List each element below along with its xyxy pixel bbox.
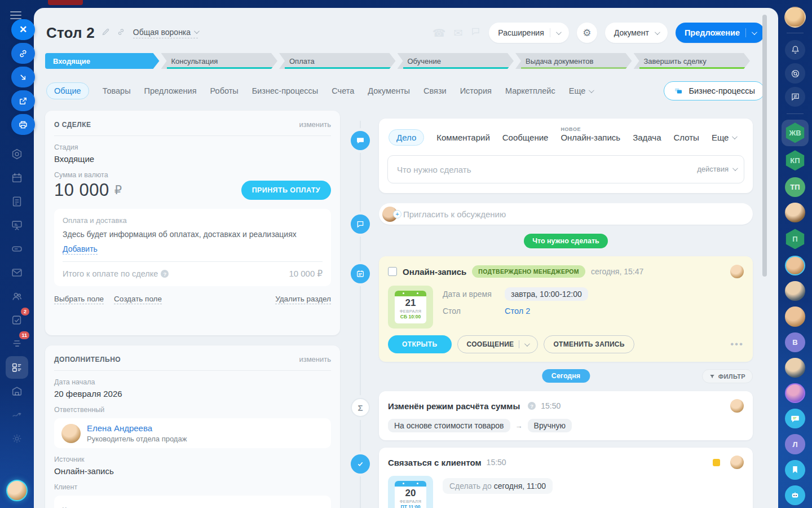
notifications-button[interactable] bbox=[785, 40, 805, 60]
copy-link-icon[interactable] bbox=[117, 28, 125, 38]
tab-marketplace[interactable]: Маркетплейс bbox=[505, 86, 555, 95]
edit-link[interactable]: изменить bbox=[299, 355, 331, 364]
composer-tab-more[interactable]: Еще bbox=[712, 133, 736, 142]
chat-avatar[interactable] bbox=[785, 306, 805, 326]
responsible-name[interactable]: Елена Андреева bbox=[87, 423, 187, 433]
group-chat-button[interactable] bbox=[785, 409, 805, 428]
more-options-icon[interactable]: ••• bbox=[730, 339, 744, 350]
profile-avatar[interactable] bbox=[784, 7, 806, 28]
sites-icon[interactable] bbox=[6, 404, 28, 426]
storage-icon[interactable] bbox=[6, 380, 28, 402]
presentation-icon[interactable] bbox=[6, 214, 28, 237]
stage-consultation[interactable]: Консультация bbox=[161, 53, 278, 69]
edit-link[interactable]: изменить bbox=[299, 120, 331, 129]
table-link[interactable]: Стол 2 bbox=[505, 306, 530, 316]
add-payment-link[interactable]: Добавить bbox=[63, 244, 98, 255]
stage-documents[interactable]: Выдача документов bbox=[515, 53, 632, 69]
tab-general[interactable]: Общие bbox=[46, 82, 89, 99]
funnel-selector[interactable]: Общая воронка bbox=[133, 28, 198, 38]
actions-dropdown[interactable]: действия bbox=[697, 165, 736, 173]
tab-offers[interactable]: Предложения bbox=[144, 86, 197, 95]
add-person-icon[interactable]: + bbox=[393, 210, 401, 218]
booking-title[interactable]: Онлайн-запись bbox=[403, 267, 466, 277]
timeline: Дело Комментарий Сообщение НОВОЕОнлайн-з… bbox=[351, 110, 753, 508]
open-button[interactable]: ОТКРЫТЬ bbox=[388, 335, 452, 353]
support-button[interactable] bbox=[785, 63, 805, 83]
composer-tab-message[interactable]: Сообщение bbox=[502, 133, 549, 142]
user-avatar[interactable] bbox=[6, 480, 28, 501]
edit-title-icon[interactable] bbox=[102, 28, 110, 38]
scrollbar[interactable] bbox=[762, 15, 767, 277]
chat-avatar[interactable] bbox=[785, 358, 805, 378]
delete-section-link[interactable]: Удалить раздел bbox=[275, 295, 331, 304]
extensions-button[interactable]: Расширения bbox=[489, 23, 568, 43]
composer-tab-booking[interactable]: НОВОЕОнлайн-запись bbox=[561, 133, 620, 142]
select-field-link[interactable]: Выбрать поле bbox=[54, 295, 104, 304]
stage-close[interactable]: Завершить сделку bbox=[634, 53, 751, 69]
chat-avatar[interactable] bbox=[785, 203, 805, 222]
stage-training[interactable]: Обучение bbox=[398, 53, 514, 69]
message-button[interactable]: СООБЩЕНИЕ bbox=[457, 335, 539, 353]
accept-payment-button[interactable]: ПРИНЯТЬ ОПЛАТУ bbox=[241, 181, 331, 200]
mail-icon[interactable]: ✉ bbox=[453, 27, 462, 40]
entry-title[interactable]: Связаться с клиентом bbox=[388, 458, 482, 467]
document-icon[interactable] bbox=[6, 190, 28, 213]
chat-avatar[interactable] bbox=[785, 383, 805, 403]
chat-item-zhv[interactable]: ЖВ bbox=[782, 120, 809, 146]
todo-input[interactable] bbox=[387, 155, 744, 183]
stage-incoming[interactable]: Входящие bbox=[45, 53, 160, 69]
document-button[interactable]: Документ bbox=[605, 23, 668, 43]
help-icon[interactable]: ? bbox=[528, 402, 536, 410]
stage-payment[interactable]: Оплата bbox=[279, 53, 396, 69]
crm-icon[interactable] bbox=[6, 356, 28, 379]
contact-field[interactable]: Контакт bbox=[54, 496, 331, 508]
bot-button[interactable] bbox=[785, 485, 805, 505]
feed-icon[interactable]: 11 bbox=[6, 332, 28, 355]
business-process-button[interactable]: Бизнес-процессы bbox=[664, 81, 765, 100]
tasks-icon[interactable]: 2 bbox=[6, 309, 28, 331]
mail-icon[interactable] bbox=[6, 261, 28, 284]
tab-more[interactable]: Еще bbox=[569, 86, 593, 95]
tab-history[interactable]: История bbox=[460, 86, 492, 95]
drive-icon[interactable] bbox=[6, 238, 28, 260]
print-button[interactable] bbox=[11, 114, 35, 135]
chat-item-v[interactable]: В bbox=[785, 332, 805, 352]
open-new-window-button[interactable] bbox=[11, 90, 35, 111]
tab-links[interactable]: Связи bbox=[423, 86, 447, 95]
people-icon[interactable] bbox=[6, 285, 28, 308]
chat-avatar[interactable] bbox=[785, 256, 805, 275]
composer-tab-comment[interactable]: Комментарий bbox=[436, 133, 489, 142]
chat-transfer-button[interactable] bbox=[785, 87, 805, 107]
minimize-button[interactable] bbox=[11, 67, 35, 87]
tab-invoices[interactable]: Счета bbox=[332, 86, 354, 95]
create-field-link[interactable]: Создать поле bbox=[114, 295, 162, 304]
settings-button[interactable]: ⚙ bbox=[577, 23, 597, 43]
composer-tab-slots[interactable]: Слоты bbox=[673, 133, 699, 142]
invite-input[interactable] bbox=[403, 209, 745, 219]
responsible-card[interactable]: Елена Андреева Руководитель отдела прода… bbox=[54, 418, 331, 448]
tab-robots[interactable]: Роботы bbox=[210, 86, 239, 95]
phone-icon[interactable]: ☎ bbox=[433, 27, 446, 40]
composer-tab-activity[interactable]: Дело bbox=[389, 129, 424, 146]
close-button[interactable]: ✕ bbox=[11, 19, 35, 40]
calendar-icon[interactable] bbox=[6, 167, 28, 189]
saved-button[interactable] bbox=[785, 460, 805, 480]
copy-link-button[interactable] bbox=[11, 43, 35, 64]
filter-button[interactable]: ФИЛЬТР bbox=[702, 369, 753, 383]
chat-item-l[interactable]: Л bbox=[785, 434, 805, 454]
help-icon[interactable]: ? bbox=[161, 270, 169, 278]
settings-icon[interactable] bbox=[6, 427, 28, 450]
nut-icon[interactable] bbox=[6, 143, 28, 165]
tab-products[interactable]: Товары bbox=[103, 86, 131, 95]
cancel-booking-button[interactable]: ОТМЕНИТЬ ЗАПИСЬ bbox=[544, 335, 634, 353]
tab-documents[interactable]: Документы bbox=[368, 86, 410, 95]
chat-item-kp[interactable]: КП bbox=[782, 147, 809, 174]
tab-bizproc[interactable]: Бизнес-процессы bbox=[252, 86, 319, 95]
chat-icon[interactable] bbox=[470, 26, 481, 40]
chat-item-tp[interactable]: ТП bbox=[785, 177, 805, 197]
booking-checkbox[interactable] bbox=[388, 267, 397, 276]
offer-button[interactable]: Предложение bbox=[676, 23, 765, 43]
chat-item-p[interactable]: П bbox=[782, 226, 809, 252]
chat-avatar[interactable] bbox=[785, 281, 805, 301]
composer-tab-task[interactable]: Задача bbox=[633, 133, 661, 142]
